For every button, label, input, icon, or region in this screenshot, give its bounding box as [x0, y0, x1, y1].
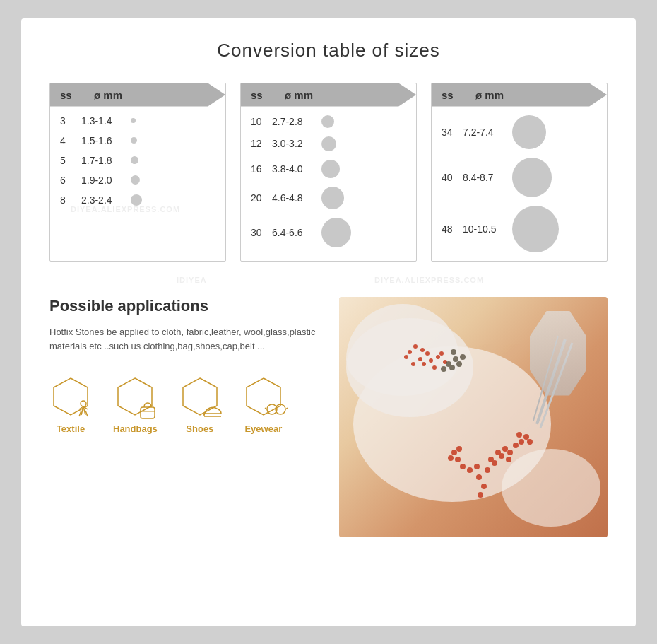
cell-mm: 1.5-1.6	[81, 135, 131, 146]
size-dot	[512, 115, 546, 149]
svg-point-42	[519, 439, 524, 445]
table-row: 123.0-3.2	[251, 132, 406, 156]
icon-hexagon	[49, 375, 92, 418]
cell-mm: 10-10.5	[463, 223, 512, 235]
applications-title: Possible applications	[49, 297, 325, 315]
svg-point-52	[425, 351, 430, 356]
cell-ss: 30	[251, 227, 272, 238]
icon-label: Eyewear	[244, 423, 282, 434]
size-dot	[321, 187, 344, 209]
table2-mm-header: ø mm	[285, 89, 313, 101]
size-dot	[512, 158, 552, 197]
table1-header: ss ø mm	[50, 83, 225, 107]
svg-point-55	[413, 344, 418, 349]
application-icon-item: Textile	[49, 375, 92, 434]
svg-line-67	[540, 343, 572, 428]
size-table-1: ss ø mm 31.3-1.441.5-1.651.7-1.861.9-2.0…	[49, 83, 226, 262]
svg-point-53	[418, 357, 422, 361]
icon-label: Shoes	[186, 423, 213, 434]
svg-point-36	[455, 457, 461, 462]
svg-point-34	[467, 467, 473, 473]
applications-image	[339, 297, 608, 537]
table-row: 163.8-4.0	[251, 156, 406, 182]
cell-mm: 7.2-7.4	[463, 127, 512, 138]
cell-ss: 4	[60, 135, 81, 146]
svg-point-58	[411, 362, 415, 366]
svg-point-31	[502, 446, 508, 452]
cell-mm: 2.3-2.4	[81, 194, 131, 206]
cell-ss: 6	[60, 175, 81, 186]
svg-point-46	[429, 358, 433, 363]
application-icon-item: Handbags	[113, 375, 158, 434]
page-title: Conversion table of sizes	[49, 40, 608, 62]
svg-point-51	[439, 351, 444, 356]
size-dot	[321, 160, 340, 178]
svg-point-61	[449, 365, 455, 370]
cell-mm: 2.7-2.8	[272, 116, 321, 127]
svg-point-44	[516, 432, 522, 438]
table3-rows: 347.2-7.4408.4-8.74810-10.5	[432, 107, 607, 261]
watermark-2: IDIYEA	[177, 276, 207, 284]
size-dot	[321, 218, 351, 247]
svg-point-50	[432, 365, 437, 370]
svg-point-47	[436, 355, 440, 359]
svg-point-32	[499, 453, 504, 459]
table2-ss-header: ss	[251, 89, 268, 101]
svg-point-38	[448, 455, 454, 461]
svg-point-65	[451, 349, 456, 355]
cell-mm: 8.4-8.7	[463, 172, 512, 183]
svg-point-35	[460, 464, 466, 469]
svg-point-56	[420, 348, 425, 352]
svg-point-39	[456, 446, 462, 452]
svg-point-33	[506, 457, 511, 462]
svg-point-57	[404, 355, 408, 359]
cell-mm: 4.6-4.8	[272, 192, 321, 204]
cell-mm: 3.0-3.2	[272, 138, 321, 149]
cell-ss: 5	[60, 155, 81, 166]
svg-point-23	[478, 492, 483, 498]
application-icons-row: Textile Handbags Shoes Eyewear	[49, 375, 325, 434]
size-dot	[321, 115, 334, 128]
cell-mm: 6.4-6.6	[272, 227, 321, 238]
svg-point-49	[422, 362, 426, 366]
table1-rows: 31.3-1.441.5-1.651.7-1.861.9-2.082.3-2.4	[50, 107, 225, 214]
applications-description: Hotfix Stones be applied to cloth, fabri…	[49, 325, 325, 355]
svg-point-45	[527, 439, 533, 445]
table3-mm-header: ø mm	[475, 89, 504, 101]
svg-point-37	[451, 450, 457, 455]
watermark-3: DIYEA.ALIEXPRESS.COM	[374, 276, 484, 284]
table-row: 82.3-2.4	[60, 190, 215, 210]
cell-ss: 16	[251, 163, 272, 175]
svg-point-30	[492, 460, 497, 466]
cell-ss: 20	[251, 192, 272, 204]
application-icon-item: Eyewear	[242, 375, 285, 434]
icon-label: Handbags	[113, 423, 158, 434]
size-dot	[131, 156, 138, 164]
svg-point-41	[513, 443, 519, 448]
cell-ss: 8	[60, 194, 81, 206]
cell-mm: 1.7-1.8	[81, 155, 131, 166]
table2-header: ss ø mm	[241, 83, 416, 107]
cell-ss: 34	[442, 127, 463, 138]
svg-point-26	[485, 467, 490, 473]
cell-ss: 40	[442, 172, 463, 183]
table-row: 4810-10.5	[442, 201, 597, 257]
icon-hexagon	[114, 375, 156, 418]
svg-point-25	[476, 474, 482, 480]
cell-ss: 48	[442, 223, 463, 235]
tables-section: ss ø mm 31.3-1.441.5-1.651.7-1.861.9-2.0…	[49, 83, 608, 262]
cell-mm: 1.9-2.0	[81, 175, 131, 186]
image-simulation	[339, 297, 608, 537]
table1-mm-header: ø mm	[94, 89, 122, 101]
icon-label: Textile	[57, 423, 85, 434]
icon-hexagon	[242, 375, 285, 418]
svg-point-43	[523, 434, 529, 440]
svg-point-63	[456, 361, 462, 367]
page: Conversion table of sizes ss ø mm 31.3-1…	[21, 18, 636, 626]
size-dot	[321, 136, 336, 151]
applications-text: Possible applications Hotfix Stones be a…	[49, 297, 339, 435]
size-table-2: ss ø mm 102.7-2.8123.0-3.2163.8-4.0204.6…	[240, 83, 417, 262]
table3-ss-header: ss	[442, 89, 458, 101]
application-icon-item: Shoes	[179, 375, 221, 434]
svg-point-62	[441, 366, 446, 372]
